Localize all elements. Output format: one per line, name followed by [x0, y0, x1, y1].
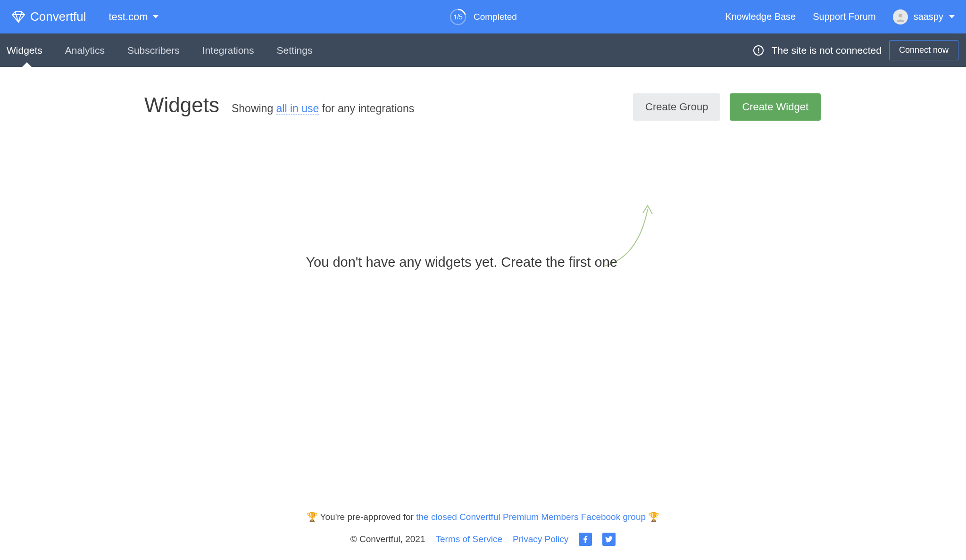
trophy-icon: 🏆 — [648, 512, 659, 522]
nav-widgets[interactable]: Widgets — [0, 33, 54, 67]
progress-label: Completed — [474, 12, 517, 22]
connect-now-button[interactable]: Connect now — [889, 40, 958, 60]
nav-integrations[interactable]: Integrations — [191, 33, 266, 67]
facebook-group-link[interactable]: the closed Convertful Premium Members Fa… — [416, 512, 646, 522]
empty-message: You don't have any widgets yet. Create t… — [306, 255, 617, 270]
connection-warning: The site is not connected — [771, 45, 881, 56]
trophy-icon: 🏆 — [307, 512, 318, 522]
brand-name: Convertful — [30, 9, 86, 24]
footer-legal: © Convertful, 2021 Terms of Service Priv… — [0, 533, 966, 546]
page-title: Widgets — [144, 93, 219, 117]
top-bar: Convertful test.com 1/5 Completed Knowle… — [0, 0, 966, 33]
nav-right: ! The site is not connected Connect now — [753, 33, 966, 67]
terms-link[interactable]: Terms of Service — [435, 534, 502, 544]
chevron-down-icon — [153, 15, 158, 18]
nav-bar: Widgets Analytics Subscribers Integratio… — [0, 33, 966, 67]
onboarding-progress[interactable]: 1/5 Completed — [449, 8, 517, 26]
privacy-link[interactable]: Privacy Policy — [513, 534, 568, 544]
diamond-icon — [11, 11, 25, 23]
site-name: test.com — [109, 11, 148, 23]
preapproved-prefix: You're pre-approved for — [318, 512, 416, 522]
nav-subscribers[interactable]: Subscribers — [116, 33, 191, 67]
filter-text: Showing all in use for any integrations — [232, 102, 414, 115]
chevron-down-icon — [949, 15, 955, 18]
brand-logo[interactable]: Convertful — [11, 9, 86, 24]
avatar — [893, 9, 908, 25]
footer-preapproved: 🏆 You're pre-approved for the closed Con… — [0, 511, 966, 522]
create-widget-button[interactable]: Create Widget — [730, 93, 821, 121]
nav-analytics[interactable]: Analytics — [54, 33, 116, 67]
copyright: © Convertful, 2021 — [350, 534, 425, 544]
filter-prefix: Showing — [232, 102, 276, 115]
action-buttons: Create Group Create Widget — [633, 93, 821, 121]
main-content: Widgets Showing all in use for any integ… — [0, 67, 966, 117]
user-menu[interactable]: saaspy — [893, 9, 955, 25]
progress-fraction: 1/5 — [453, 13, 462, 21]
page-header: Widgets Showing all in use for any integ… — [0, 93, 966, 117]
site-selector[interactable]: test.com — [109, 11, 158, 23]
facebook-icon[interactable] — [579, 533, 592, 546]
support-forum-link[interactable]: Support Forum — [813, 11, 875, 22]
create-group-button[interactable]: Create Group — [633, 93, 720, 121]
knowledge-base-link[interactable]: Knowledge Base — [725, 11, 796, 22]
progress-circle: 1/5 — [449, 8, 467, 26]
nav-settings[interactable]: Settings — [266, 33, 324, 67]
twitter-icon[interactable] — [602, 533, 616, 546]
filter-link[interactable]: all in use — [276, 102, 319, 115]
footer: 🏆 You're pre-approved for the closed Con… — [0, 511, 966, 546]
svg-point-2 — [899, 14, 902, 17]
top-bar-right: Knowledge Base Support Forum saaspy — [725, 9, 955, 25]
filter-suffix: for any integrations — [319, 102, 414, 115]
warning-icon: ! — [753, 45, 764, 56]
user-name: saaspy — [914, 11, 943, 22]
